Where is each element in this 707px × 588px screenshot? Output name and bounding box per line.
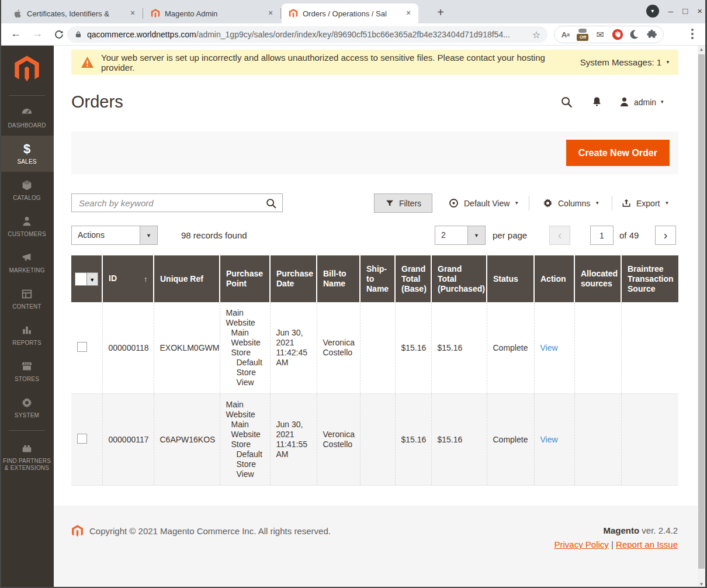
vertical-scrollbar[interactable]: ▲ ▼ (698, 46, 705, 588)
per-page-label: per page (493, 226, 527, 245)
puzzle-extensions-icon[interactable] (645, 27, 659, 41)
sidebar-item-stores[interactable]: STORES (0, 353, 54, 389)
close-icon[interactable]: × (403, 8, 414, 19)
column-header-status[interactable]: Status (487, 255, 534, 302)
maximize-button[interactable]: □ (682, 5, 688, 18)
customers-icon (20, 215, 33, 228)
column-header-bill-to[interactable]: Bill-to Name (317, 255, 360, 302)
warning-message: Your web server is set up incorrectly an… (101, 53, 580, 72)
sidebar-item-reports[interactable]: REPORTS (0, 317, 54, 353)
column-header-grand-total-base[interactable]: Grand Total (Base) (395, 255, 431, 302)
per-page-select[interactable]: 2 ▼ (435, 226, 486, 245)
footer-links: Privacy Policy | Report an Issue (554, 539, 678, 549)
sidebar-item-content[interactable]: CONTENT (0, 281, 54, 317)
back-button[interactable]: ← (11, 27, 21, 40)
cell-purchase-date: Jun 30, 2021 11:42:45 AM (270, 302, 317, 394)
create-new-order-button[interactable]: Create New Order (566, 140, 670, 166)
browser-menu-icon[interactable] (691, 29, 694, 41)
address-bar[interactable]: qacommerce.worldnettps.com/admin_1gp9cy/… (67, 26, 547, 43)
default-view-dropdown[interactable]: Default View ▼ (448, 193, 519, 213)
column-header-purchase-date[interactable]: Purchase Date (270, 255, 317, 302)
sidebar-item-marketing[interactable]: MARKETING (0, 244, 54, 281)
select-all-checkbox[interactable] (75, 273, 86, 285)
row-checkbox[interactable] (77, 434, 87, 444)
dashboard-icon (20, 106, 33, 119)
column-header-braintree-source[interactable]: Braintree Transaction Source (621, 255, 678, 302)
footer-version: Magento ver. 2.4.2 (603, 525, 678, 535)
column-header-ship-to[interactable]: Ship-to Name (360, 255, 395, 302)
page-total-label: of 49 (619, 226, 639, 245)
divider (529, 196, 529, 210)
eye-icon (448, 198, 459, 209)
off-extension-icon[interactable]: Off (576, 27, 590, 41)
system-messages-toggle[interactable]: System Messages: 1 ▼ (580, 57, 670, 67)
actions-select[interactable]: Actions ▼ (71, 226, 158, 245)
cell-status: Complete (487, 394, 534, 486)
close-icon[interactable]: × (127, 8, 138, 19)
scroll-up-arrow[interactable]: ▲ (698, 47, 705, 52)
adblock-hand-icon[interactable] (611, 27, 625, 41)
privacy-policy-link[interactable]: Privacy Policy (554, 539, 608, 549)
cell-braintree-source (621, 394, 678, 486)
forward-button[interactable]: → (32, 27, 43, 40)
sidebar-item-customers[interactable]: CUSTOMERS (0, 208, 54, 244)
sidebar-item-find-partners[interactable]: FIND PARTNERS& EXTENSIONS (0, 435, 54, 478)
mail-extension-icon[interactable]: ✉ (593, 27, 607, 41)
report-issue-link[interactable]: Report an Issue (616, 539, 678, 549)
records-row: Actions ▼ 98 records found 2 ▼ per page … (71, 226, 678, 245)
view-order-link[interactable]: View (540, 435, 558, 444)
scroll-down-arrow[interactable]: ▼ (698, 582, 705, 587)
dark-mode-crescent-icon[interactable] (628, 27, 642, 41)
cell-ship-to (360, 394, 395, 486)
row-select-cell (71, 302, 102, 394)
page-number-input[interactable] (590, 226, 614, 245)
close-icon[interactable]: × (265, 8, 276, 19)
magento-logo[interactable] (0, 46, 54, 86)
tab-magento-admin[interactable]: Magento Admin × (144, 4, 280, 23)
select-all-control[interactable]: ▼ (75, 272, 98, 286)
table-row: 000000117 C6APW16KOS Main Website Main W… (71, 394, 678, 486)
sidebar-item-sales[interactable]: $ SALES (0, 136, 54, 172)
columns-dropdown[interactable]: Columns ▼ (542, 193, 599, 213)
previous-page-button[interactable]: ‹ (549, 226, 570, 245)
column-header-allocated-sources[interactable]: Allocated sources (574, 255, 621, 302)
column-header-action[interactable]: Action (534, 255, 574, 302)
search-icon[interactable] (265, 197, 278, 210)
browser-update-icon[interactable]: ▾ (646, 5, 659, 18)
notifications-bell-icon[interactable] (591, 95, 603, 109)
bookmark-star-icon[interactable]: ☆ (532, 29, 540, 40)
warning-icon (81, 56, 94, 68)
row-checkbox[interactable] (77, 342, 87, 352)
tab-strip: Certificates, Identifiers & × Magento Ad… (0, 0, 707, 23)
admin-account-menu[interactable]: admin ▼ (618, 96, 664, 108)
column-header-grand-total-purchased[interactable]: Grand Total (Purchased) (431, 255, 487, 302)
sidebar-item-dashboard[interactable]: DASHBOARD (0, 99, 54, 136)
close-window-button[interactable]: × (697, 5, 702, 18)
refresh-icon[interactable] (54, 29, 64, 40)
view-order-link[interactable]: View (540, 343, 558, 352)
browser-window: Certificates, Identifiers & × Magento Ad… (0, 0, 707, 588)
translate-icon[interactable]: Aa (559, 27, 573, 41)
tab-orders[interactable]: Orders / Operations / Sal × (282, 4, 418, 23)
chevron-down-icon[interactable]: ▼ (86, 273, 98, 285)
scrollbar-thumb[interactable] (698, 54, 705, 569)
search-input[interactable] (72, 194, 282, 212)
system-gear-icon (20, 396, 33, 409)
export-dropdown[interactable]: Export ▼ (621, 193, 669, 213)
column-header-unique-ref[interactable]: Unique Ref (154, 255, 220, 302)
records-found-text: 98 records found (181, 226, 247, 245)
column-header-purchase-point[interactable]: Purchase Point (220, 255, 270, 302)
cell-ship-to (360, 302, 395, 394)
sidebar-item-catalog[interactable]: CATALOG (0, 172, 54, 208)
column-header-id[interactable]: ID↑ (102, 255, 154, 302)
sidebar-item-system[interactable]: SYSTEM (0, 389, 54, 426)
profile-avatar[interactable]: B (668, 27, 684, 42)
filters-button[interactable]: Filters (374, 193, 432, 213)
next-page-button[interactable]: › (655, 226, 676, 245)
reports-icon (20, 324, 33, 337)
cell-allocated-sources (574, 302, 621, 394)
search-icon[interactable] (560, 95, 573, 109)
tab-certificates[interactable]: Certificates, Identifiers & × (6, 4, 143, 23)
minimize-button[interactable]: – (668, 5, 673, 18)
new-tab-button[interactable]: + (432, 5, 449, 21)
